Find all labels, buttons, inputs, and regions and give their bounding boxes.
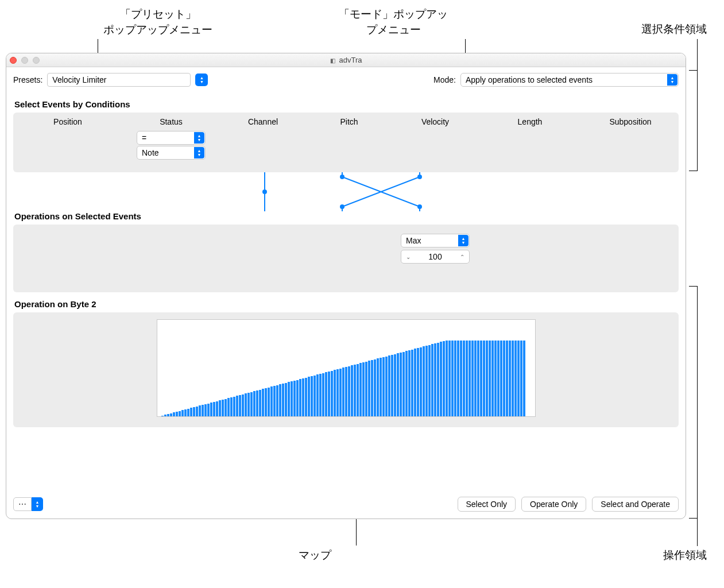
chart-bar [204, 404, 207, 416]
chart-bar [448, 341, 451, 416]
chart-bar [512, 341, 514, 416]
status-value-select[interactable]: Note ▲▼ [137, 146, 206, 160]
toolbar: Presets: ▲ ▼ Mode: Apply operations to s… [6, 67, 686, 92]
byte2-map-chart[interactable] [157, 319, 536, 417]
chart-bar [466, 341, 468, 416]
select-only-label: Select Only [466, 500, 508, 509]
chart-bar [388, 355, 390, 416]
chart-bar [348, 366, 350, 416]
chart-bar [446, 341, 448, 416]
chart-bar [202, 405, 204, 416]
callout-ops-area-label: 操作領域 [663, 548, 707, 563]
chart-bar [520, 341, 522, 416]
window-doc-icon: ◧ [330, 57, 336, 63]
chart-bar [210, 403, 212, 416]
callout-map-label: マップ [299, 548, 331, 563]
chart-bar [486, 341, 488, 416]
minimize-window-button[interactable] [21, 57, 28, 64]
mode-select-arrows: ▲ ▼ [667, 74, 677, 86]
stepper-decrement[interactable]: ⌄ [404, 254, 413, 260]
presets-dropdown-button[interactable]: ▲ ▼ [195, 74, 208, 86]
chart-bar [408, 350, 411, 416]
extra-controls: ⋯ ▲ ▼ [13, 497, 43, 511]
status-operator-select[interactable]: = ▲▼ [137, 131, 206, 145]
more-options-dropdown[interactable]: ▲ ▼ [32, 497, 43, 511]
chart-bar [316, 374, 319, 416]
chart-bar [371, 360, 373, 416]
chart-bar [305, 378, 307, 416]
ellipsis-icon: ⋯ [18, 500, 26, 509]
chart-bar [219, 400, 221, 416]
chart-bar [224, 399, 227, 416]
chart-bar [296, 380, 299, 416]
velocity-function-select[interactable]: Max ▲▼ [401, 234, 470, 247]
velocity-value-stepper[interactable]: ⌄ 100 ⌃ [401, 250, 470, 264]
chart-bar [325, 372, 327, 416]
window-titlebar: ◧ advTra [6, 53, 686, 67]
chart-bar [500, 341, 502, 416]
chart-bar [362, 362, 365, 416]
chart-bar [302, 378, 304, 416]
chart-bar [411, 350, 413, 416]
chart-bar [423, 346, 425, 416]
status-value-value: Note [142, 148, 159, 157]
select-and-operate-button[interactable]: Select and Operate [592, 497, 679, 512]
stepper-increment[interactable]: ⌃ [458, 254, 467, 260]
chart-bar [339, 369, 342, 416]
more-options-button[interactable]: ⋯ [13, 497, 32, 511]
chart-bar [190, 408, 192, 416]
chart-bar [293, 381, 296, 416]
operate-only-button[interactable]: Operate Only [521, 497, 586, 512]
operations-body: Max ▲▼ ⌄ 100 ⌃ [13, 225, 679, 292]
chart-bar [291, 381, 293, 416]
mode-select[interactable]: Apply operations to selected events ▲ ▼ [460, 73, 679, 87]
chart-bar [425, 346, 428, 416]
chart-bar [503, 341, 505, 416]
chart-bar [454, 341, 456, 416]
chart-bar [440, 342, 442, 416]
callout-select-area-line [697, 39, 698, 70]
chart-bar [494, 341, 497, 416]
select-only-button[interactable]: Select Only [458, 497, 516, 512]
chart-bar [256, 390, 258, 416]
chart-bar [236, 396, 238, 416]
operate-only-label: Operate Only [530, 500, 578, 509]
chevron-up-icon: ▲ [200, 76, 204, 80]
chart-bar [451, 341, 454, 416]
chart-bar [491, 341, 494, 416]
callout-preset-text: 「プリセット」ポップアップメニュー [103, 8, 212, 36]
chart-bar [213, 402, 215, 416]
chart-bar [405, 351, 408, 416]
chart-bar [288, 382, 290, 416]
presets-label: Presets: [13, 75, 42, 84]
callout-mode-text: 「モード」ポップアップメニュー [339, 8, 448, 36]
chart-bar [247, 393, 250, 416]
callout-map-text: マップ [299, 549, 331, 561]
chevron-down-icon: ▼ [200, 80, 204, 84]
chart-bar [365, 362, 367, 416]
status-operator-arrows: ▲▼ [194, 132, 204, 144]
callout-select-area-bracket [689, 70, 698, 171]
callout-ops-area-line [697, 519, 698, 546]
chart-bar [282, 384, 284, 416]
chart-bar [489, 341, 491, 416]
chart-bar [506, 341, 508, 416]
section-byte2-title: Operation on Byte 2 [6, 292, 686, 312]
mode-select-value: Apply operations to selected events [466, 75, 593, 84]
zoom-window-button[interactable] [33, 57, 40, 64]
close-window-button[interactable] [10, 57, 17, 64]
presets-input[interactable] [47, 73, 191, 87]
chart-bar [167, 414, 169, 416]
status-value-arrows: ▲▼ [194, 147, 204, 158]
chart-bar [477, 341, 479, 416]
chart-bar [230, 397, 233, 416]
svg-point-11 [418, 205, 421, 208]
chart-bar [207, 404, 210, 416]
col-status: Status [122, 117, 220, 126]
chart-bar [374, 359, 376, 416]
chart-bar [382, 357, 385, 416]
chart-bar [420, 347, 422, 416]
chart-bar [523, 341, 525, 416]
chart-bar [431, 344, 433, 416]
chart-bar [394, 354, 396, 416]
